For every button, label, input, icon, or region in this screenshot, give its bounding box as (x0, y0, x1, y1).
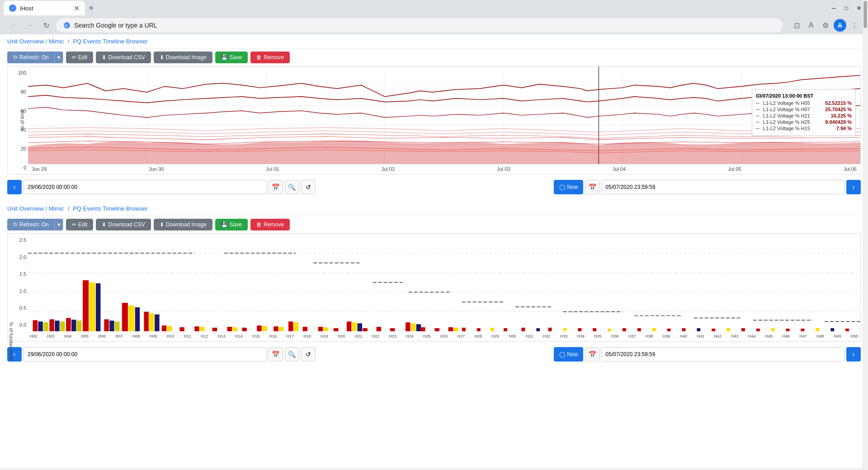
maximize-button[interactable]: □ (841, 3, 852, 14)
edit-button[interactable]: ✏ Edit (66, 52, 94, 63)
remove-button[interactable]: 🗑 Remove (250, 52, 290, 63)
cast-icon[interactable]: ⊡ (790, 19, 803, 32)
svg-rect-35 (43, 322, 48, 331)
tooltip-dash-4: ─ (756, 126, 760, 131)
svg-rect-84 (448, 327, 453, 331)
chart-section-2: 2.5 2.0 1.5 1.0 0.5 0.0 % of fundamental (0, 233, 868, 367)
svg-rect-44 (96, 283, 101, 331)
now-button-2[interactable]: ◯ Now (554, 347, 583, 362)
scrollbar[interactable] (863, 0, 868, 468)
svg-rect-64 (262, 326, 267, 331)
menu-icon[interactable]: ⋮ (848, 19, 861, 32)
breadcrumb-link-3[interactable]: Unit Overview / Mimic (7, 205, 64, 212)
svg-rect-51 (144, 312, 149, 331)
save-button-2[interactable]: 💾 Save (215, 219, 248, 230)
start-date-input-1[interactable] (24, 180, 267, 194)
now-icon-1: ◯ (559, 184, 565, 190)
svg-text:G: G (65, 24, 68, 28)
tooltip-value-3: 9.040429 % (816, 119, 852, 125)
svg-rect-91 (536, 328, 540, 331)
svg-rect-33 (33, 320, 38, 331)
next-date-button-2[interactable]: › (846, 347, 861, 362)
tab-close-icon[interactable]: ✕ (74, 4, 80, 13)
acrobat-icon[interactable]: A (805, 19, 817, 32)
svg-rect-80 (411, 323, 416, 331)
tooltip-row-4: ─ L1-L2 Voltage % H15 7.94 % (756, 126, 852, 131)
chart-container-2: 2.5 2.0 1.5 1.0 0.5 0.0 % of fundamental (7, 233, 861, 342)
prev-date-button-1[interactable]: ‹ (7, 180, 22, 194)
download-csv-button[interactable]: ⬇ Download CSV (96, 52, 151, 63)
svg-rect-71 (324, 327, 329, 331)
user-avatar[interactable]: A (834, 19, 846, 32)
chart2-svg (28, 234, 860, 331)
end-calendar-button-1[interactable]: 📅 (585, 180, 599, 194)
svg-rect-34 (38, 321, 43, 331)
edit-icon: ✏ (72, 54, 76, 61)
svg-rect-65 (274, 326, 278, 331)
breadcrumb-link-2[interactable]: PQ Events Timeline Browser (73, 38, 147, 45)
chart-tooltip: 03/07/2020 13:00:00 BST ─ L1-L2 Voltage … (752, 89, 856, 136)
svg-rect-72 (334, 328, 339, 331)
search-date-button-2[interactable]: 🔍 (285, 347, 299, 362)
refresh-dropdown[interactable]: ▾ (54, 52, 63, 63)
svg-rect-62 (242, 328, 247, 331)
browser-toolbar-icons: ⊡ A ⚙ A ⋮ (790, 19, 861, 32)
svg-rect-38 (60, 321, 65, 331)
refresh-button-2[interactable]: ↻ Refresh: On (7, 219, 54, 230)
new-tab-button[interactable]: + (85, 3, 98, 14)
chart2-y-title: % of fundamental (9, 287, 14, 395)
end-date-input-2[interactable] (601, 347, 844, 362)
breadcrumb-link-4[interactable]: PQ Events Timeline Browser (73, 205, 147, 212)
svg-rect-93 (563, 328, 567, 331)
svg-rect-40 (71, 320, 76, 331)
save-button[interactable]: 💾 Save (215, 52, 248, 63)
now-button-1[interactable]: ◯ Now (554, 180, 583, 194)
svg-rect-55 (167, 326, 172, 331)
back-button[interactable]: ← (7, 19, 20, 32)
search-date-button-1[interactable]: 🔍 (285, 180, 299, 194)
chart1-area[interactable]: 03/07/2020 13:00:00 BST ─ L1-L2 Voltage … (28, 66, 860, 164)
remove-icon-2: 🗑 (256, 221, 262, 228)
download-csv-button-2[interactable]: ⬇ Download CSV (96, 219, 151, 230)
toolbar-2: ↻ Refresh: On ▾ ✏ Edit ⬇ Download CSV ⬇ … (0, 216, 868, 233)
chart2-area[interactable] (28, 234, 860, 331)
calendar-icon-button-2[interactable]: 📅 (269, 347, 283, 362)
start-date-input-2[interactable] (24, 347, 267, 362)
refresh-dropdown-2[interactable]: ▾ (54, 219, 63, 230)
calendar-icon-button-1[interactable]: 📅 (269, 180, 283, 194)
svg-rect-63 (257, 325, 262, 331)
scrollbar-thumb[interactable] (863, 1, 867, 28)
svg-rect-98 (637, 328, 641, 331)
breadcrumb-link-1[interactable]: Unit Overview / Mimic (7, 38, 64, 45)
end-date-input-1[interactable] (601, 180, 844, 194)
svg-rect-81 (416, 324, 421, 331)
address-bar: ← → ↻ G Search Google or type a URL ⊡ A … (0, 16, 868, 34)
remove-button-2[interactable]: 🗑 Remove (250, 219, 290, 230)
section-1: Unit Overview / Mimic / PQ Events Timeli… (0, 34, 868, 200)
download-image-button[interactable]: ⬇ Download Image (154, 52, 212, 63)
minimize-button[interactable]: ─ (828, 3, 839, 14)
image-icon-2: ⬇ (160, 221, 164, 228)
extensions-icon[interactable]: ⚙ (819, 19, 832, 32)
tab-bar: i iHost ✕ + ─ □ ✕ (0, 0, 868, 16)
next-date-button-1[interactable]: › (846, 180, 861, 194)
svg-rect-67 (288, 321, 293, 331)
svg-rect-85 (454, 328, 459, 331)
svg-rect-78 (390, 328, 395, 331)
edit-button-2[interactable]: ✏ Edit (66, 219, 94, 230)
svg-rect-50 (135, 307, 140, 331)
reset-date-button-1[interactable]: ↺ (301, 180, 316, 194)
remove-icon: 🗑 (256, 54, 262, 61)
tooltip-label-3: L1-L2 Voltage % H25 (763, 119, 814, 125)
svg-rect-89 (504, 328, 507, 331)
refresh-nav-button[interactable]: ↻ (40, 19, 52, 32)
browser-tab[interactable]: i iHost ✕ (4, 1, 85, 15)
refresh-button[interactable]: ↻ Refresh: On (7, 52, 54, 63)
end-calendar-button-2[interactable]: 📅 (585, 347, 599, 362)
download-image-button-2[interactable]: ⬇ Download Image (154, 219, 212, 230)
forward-button[interactable]: → (24, 19, 36, 32)
tooltip-label-4: L1-L2 Voltage % H15 (763, 126, 814, 131)
svg-rect-66 (279, 327, 284, 331)
reset-date-button-2[interactable]: ↺ (301, 347, 316, 362)
address-input[interactable]: G Search Google or type a URL (56, 18, 783, 33)
